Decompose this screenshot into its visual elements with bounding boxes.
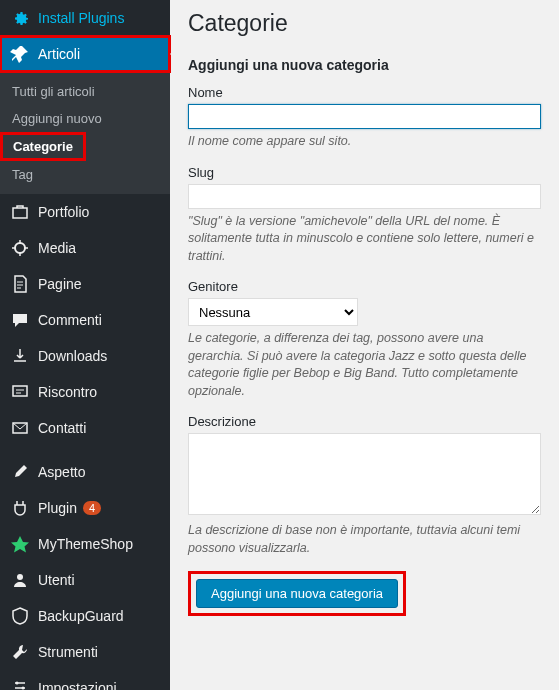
tools-icon xyxy=(10,642,30,662)
menu-label: Contatti xyxy=(38,420,86,436)
menu-label: Downloads xyxy=(38,348,107,364)
parent-help: Le categorie, a differenza dei tag, poss… xyxy=(188,330,541,400)
field-description: Descrizione La descrizione di base non è… xyxy=(188,414,541,557)
admin-sidebar: Install Plugins Articoli Tutti gli artic… xyxy=(0,0,170,690)
menu-label: Riscontro xyxy=(38,384,97,400)
menu-articoli[interactable]: Articoli xyxy=(0,36,170,72)
comment-icon xyxy=(10,310,30,330)
svg-point-3 xyxy=(17,574,23,580)
menu-riscontro[interactable]: Riscontro xyxy=(0,374,170,410)
name-label: Nome xyxy=(188,85,541,100)
submenu-tutti-articoli[interactable]: Tutti gli articoli xyxy=(0,78,170,105)
svg-point-5 xyxy=(22,687,25,690)
menu-plugin[interactable]: Plugin 4 xyxy=(0,490,170,526)
pin-icon xyxy=(10,44,30,64)
menu-portfolio[interactable]: Portfolio xyxy=(0,194,170,230)
menu-label: Media xyxy=(38,240,76,256)
menu-backupguard[interactable]: BackupGuard xyxy=(0,598,170,634)
menu-commenti[interactable]: Commenti xyxy=(0,302,170,338)
media-icon xyxy=(10,238,30,258)
svg-point-0 xyxy=(15,243,25,253)
name-input[interactable] xyxy=(188,104,541,129)
mythemeshop-icon xyxy=(10,534,30,554)
description-textarea[interactable] xyxy=(188,433,541,515)
menu-label: Articoli xyxy=(38,46,80,62)
add-category-button[interactable]: Aggiungi una nuova categoria xyxy=(196,579,398,608)
svg-point-4 xyxy=(16,682,19,685)
slug-help: "Slug" è la versione "amichevole" della … xyxy=(188,213,541,266)
shield-icon xyxy=(10,606,30,626)
svg-rect-1 xyxy=(13,386,27,396)
user-icon xyxy=(10,570,30,590)
menu-pagine[interactable]: Pagine xyxy=(0,266,170,302)
brush-icon xyxy=(10,462,30,482)
submenu-tag[interactable]: Tag xyxy=(0,161,170,188)
plugin-icon xyxy=(10,498,30,518)
menu-label: Impostazioni xyxy=(38,680,117,690)
submenu-articoli: Tutti gli articoli Aggiungi nuovo Catego… xyxy=(0,72,170,194)
submenu-categorie[interactable]: Categorie xyxy=(0,132,86,161)
menu-label: Utenti xyxy=(38,572,75,588)
submenu-aggiungi-nuovo[interactable]: Aggiungi nuovo xyxy=(0,105,170,132)
menu-label: Install Plugins xyxy=(38,10,124,26)
name-help: Il nome come appare sul sito. xyxy=(188,133,541,151)
menu-label: Plugin xyxy=(38,500,77,516)
page-icon xyxy=(10,274,30,294)
field-slug: Slug "Slug" è la versione "amichevole" d… xyxy=(188,165,541,266)
mail-icon xyxy=(10,418,30,438)
menu-label: Portfolio xyxy=(38,204,89,220)
menu-label: MyThemeShop xyxy=(38,536,133,552)
menu-strumenti[interactable]: Strumenti xyxy=(0,634,170,670)
menu-downloads[interactable]: Downloads xyxy=(0,338,170,374)
description-help: La descrizione di base non è importante,… xyxy=(188,522,541,557)
parent-select[interactable]: Nessuna xyxy=(188,298,358,326)
plugin-badge: 4 xyxy=(83,501,101,515)
menu-utenti[interactable]: Utenti xyxy=(0,562,170,598)
menu-impostazioni[interactable]: Impostazioni xyxy=(0,670,170,690)
download-icon xyxy=(10,346,30,366)
menu-contatti[interactable]: Contatti xyxy=(0,410,170,446)
description-label: Descrizione xyxy=(188,414,541,429)
main-content: Categorie Aggiungi una nuova categoria N… xyxy=(170,0,559,690)
menu-install-plugins[interactable]: Install Plugins xyxy=(0,0,170,36)
field-name: Nome Il nome come appare sul sito. xyxy=(188,85,541,151)
submit-highlight: Aggiungi una nuova categoria xyxy=(188,571,406,616)
gear-icon xyxy=(10,8,30,28)
menu-label: Strumenti xyxy=(38,644,98,660)
feedback-icon xyxy=(10,382,30,402)
settings-icon xyxy=(10,678,30,690)
menu-mythemeshop[interactable]: MyThemeShop xyxy=(0,526,170,562)
slug-input[interactable] xyxy=(188,184,541,209)
menu-media[interactable]: Media xyxy=(0,230,170,266)
menu-label: Commenti xyxy=(38,312,102,328)
slug-label: Slug xyxy=(188,165,541,180)
menu-aspetto[interactable]: Aspetto xyxy=(0,454,170,490)
menu-label: Pagine xyxy=(38,276,82,292)
portfolio-icon xyxy=(10,202,30,222)
form-title: Aggiungi una nuova categoria xyxy=(188,57,541,73)
parent-label: Genitore xyxy=(188,279,541,294)
menu-label: BackupGuard xyxy=(38,608,124,624)
menu-label: Aspetto xyxy=(38,464,85,480)
field-parent: Genitore Nessuna Le categorie, a differe… xyxy=(188,279,541,400)
page-title: Categorie xyxy=(188,10,541,37)
